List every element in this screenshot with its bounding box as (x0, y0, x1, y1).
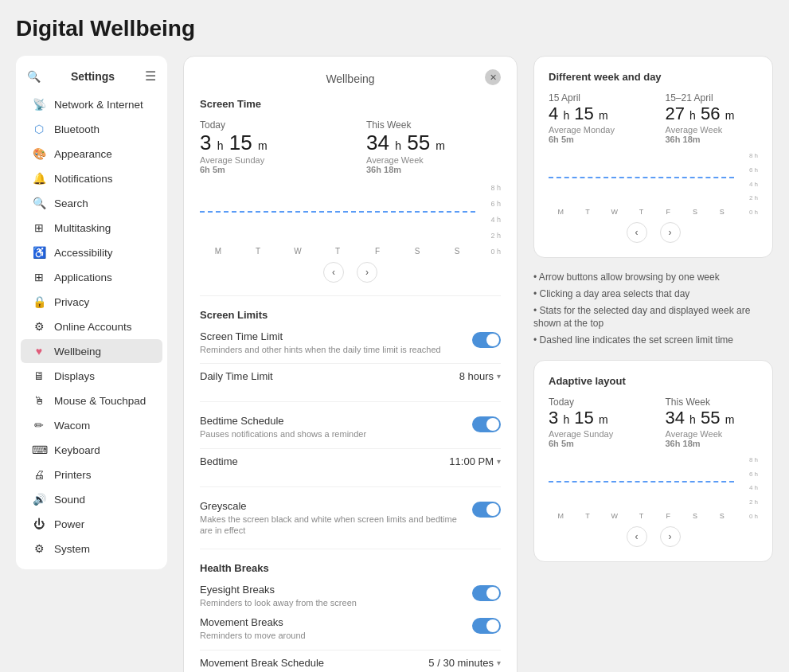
r-bar-col-S2[interactable]: S (709, 205, 734, 216)
bedtime-select[interactable]: 11:00 PM ▾ (449, 455, 501, 467)
a-bar-col-S2[interactable]: S (709, 510, 734, 520)
r-bar-col-M[interactable]: M (549, 205, 573, 216)
sidebar-label-search: Search (54, 197, 88, 209)
sidebar-item-online-accounts[interactable]: ⚙ Online Accounts (21, 315, 162, 338)
notifications-icon: 🔔 (32, 172, 46, 185)
sidebar-item-keyboard[interactable]: ⌨ Keyboard (21, 438, 162, 462)
sidebar-item-privacy[interactable]: 🔒 Privacy (21, 290, 162, 314)
right-next-week-button[interactable]: › (660, 222, 681, 243)
sidebar-item-power[interactable]: ⏻ Power (21, 512, 162, 536)
sidebar-item-notifications[interactable]: 🔔 Notifications (21, 166, 162, 190)
sidebar-item-mouse[interactable]: 🖱 Mouse & Touchpad (21, 389, 162, 412)
sidebar-label-accessibility: Accessibility (54, 247, 113, 259)
sidebar-item-appearance[interactable]: 🎨 Appearance (21, 142, 162, 166)
a-bar-col-S1[interactable]: S (683, 510, 708, 520)
sidebar-item-wellbeing[interactable]: ♥ Wellbeing (21, 339, 162, 363)
bluetooth-icon: ⬡ (32, 123, 46, 135)
screen-time-limit-desc: Reminders and other hints when the daily… (200, 344, 464, 355)
sidebar-label-privacy: Privacy (54, 296, 89, 308)
adaptive-layout-card: Adaptive layout Today 3 h 15 m Average S… (533, 360, 773, 562)
sidebar-item-multitasking[interactable]: ⊞ Multitasking (21, 216, 162, 240)
week-sub: Average Week 36h 18m (366, 155, 501, 174)
r-bar-col-T2[interactable]: T (629, 205, 654, 216)
search-icon[interactable]: 🔍 (27, 70, 41, 83)
mouse-icon: 🖱 (32, 394, 46, 407)
daily-limit-label: Daily Time Limit (200, 370, 273, 382)
adaptive-bar-chart: M T W T F S S 8 h6 h4 h2 h0 h (549, 456, 758, 520)
movement-desc: Reminders to move around (200, 630, 464, 641)
different-week-title: Different week and day (549, 71, 758, 83)
bar-col-W[interactable]: W (279, 244, 316, 256)
a-bar-col-W[interactable]: W (602, 510, 627, 520)
accessibility-icon: ♿ (32, 246, 46, 259)
sidebar-item-applications[interactable]: ⊞ Applications (21, 265, 162, 289)
bullet-list: • Arrow buttons allow browsing by one we… (533, 271, 773, 347)
next-week-button[interactable]: › (357, 262, 377, 283)
sidebar-item-wacom[interactable]: ✏ Wacom (21, 413, 162, 437)
displays-icon: 🖥 (32, 369, 46, 382)
daily-limit-select[interactable]: 8 hours ▾ (459, 370, 501, 382)
r-bar-col-T1[interactable]: T (576, 205, 600, 216)
bar-col-M[interactable]: M (200, 244, 236, 256)
bedtime-schedule-row: Bedtime Schedule Pauses notifications an… (200, 415, 501, 440)
week-m-unit: m (436, 139, 445, 152)
adaptive-today-stat: Today 3 h 15 m Average Sunday 6h 5m (549, 397, 642, 448)
bar-col-T1[interactable]: T (240, 244, 276, 256)
a-bar-col-T2[interactable]: T (629, 510, 654, 520)
today-m-unit: m (258, 139, 268, 152)
greyscale-toggle[interactable] (472, 502, 501, 518)
adaptive-next-week-button[interactable]: › (660, 526, 681, 547)
sidebar-item-search[interactable]: 🔍 Search (21, 191, 162, 215)
y-axis: 8 h6 h4 h2 h0 h (490, 184, 501, 256)
april15-label: 15 April (549, 92, 642, 104)
bar-col-F[interactable]: F (359, 244, 396, 256)
adaptive-prev-week-button[interactable]: ‹ (627, 526, 647, 547)
bar-col-S2[interactable]: S (439, 244, 475, 256)
a-bar-col-T1[interactable]: T (576, 510, 600, 520)
april15-21-time: 27 h 56 m (666, 105, 759, 123)
right-prev-week-button[interactable]: ‹ (627, 222, 647, 243)
screen-time-limit-title: Screen Time Limit (200, 330, 464, 342)
week-time: 34 h 55 m (366, 132, 501, 153)
sidebar-label-wellbeing: Wellbeing (54, 346, 101, 357)
movement-breaks-row: Movement Breaks Reminders to move around (200, 616, 501, 641)
dashed-limit-line (200, 211, 475, 213)
screen-limits-title: Screen Limits (200, 309, 501, 321)
april15-stat: 15 April 4 h 15 m Average Monday 6h 5m (549, 92, 642, 144)
screen-time-limit-toggle[interactable] (472, 332, 501, 348)
a-bar-col-M[interactable]: M (549, 510, 573, 520)
sidebar-item-network[interactable]: 📡 Network & Internet (21, 92, 162, 116)
hamburger-icon[interactable]: ☰ (145, 68, 156, 84)
eyesight-toggle[interactable] (472, 585, 501, 601)
bedtime-schedule-toggle[interactable] (472, 416, 501, 432)
sidebar-item-sound[interactable]: 🔊 Sound (21, 487, 162, 511)
a-bar-col-F[interactable]: F (656, 510, 681, 520)
chevron-down-icon3: ▾ (497, 658, 501, 667)
screen-time-title: Screen Time (200, 98, 501, 110)
week-stat: This Week 34 h 55 m Average Week 36h 18m (366, 119, 501, 174)
chart-nav: ‹ › (200, 262, 501, 283)
sidebar-title: Settings (71, 70, 115, 83)
close-button[interactable]: ✕ (485, 69, 501, 85)
sidebar-item-displays[interactable]: 🖥 Displays (21, 364, 162, 388)
movement-toggle[interactable] (472, 618, 501, 634)
applications-icon: ⊞ (32, 271, 46, 283)
sidebar-item-system[interactable]: ⚙ System (21, 537, 162, 561)
r-bar-col-F[interactable]: F (656, 205, 681, 216)
today-label: Today (200, 119, 334, 131)
sidebar-item-accessibility[interactable]: ♿ Accessibility (21, 240, 162, 264)
sidebar: 🔍 Settings ☰ 📡 Network & Internet ⬡ Blue… (16, 56, 167, 569)
r-bar-col-W[interactable]: W (602, 205, 627, 216)
bar-col-S1[interactable]: S (399, 244, 436, 256)
eyesight-title: Eyesight Breaks (200, 584, 464, 596)
sidebar-item-bluetooth[interactable]: ⬡ Bluetooth (21, 117, 162, 141)
sidebar-label-appearance: Appearance (54, 148, 112, 160)
r-bar-col-S1[interactable]: S (683, 205, 708, 216)
different-week-stats: 15 April 4 h 15 m Average Monday 6h 5m 1… (549, 92, 758, 144)
movement-schedule-select[interactable]: 5 / 30 minutes ▾ (428, 657, 501, 669)
prev-week-button[interactable]: ‹ (323, 262, 344, 283)
health-breaks-title: Health Breaks (200, 562, 501, 574)
sidebar-item-printers[interactable]: 🖨 Printers (21, 463, 162, 486)
sound-icon: 🔊 (32, 493, 46, 506)
bar-col-T2[interactable]: T (319, 244, 356, 256)
